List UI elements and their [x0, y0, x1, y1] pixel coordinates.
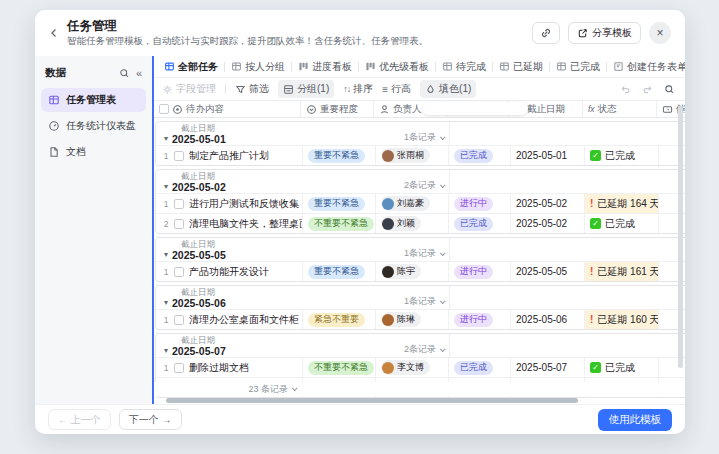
- owner-chip[interactable]: 陈宇: [381, 264, 421, 279]
- due-date[interactable]: 2025-05-07: [516, 362, 567, 373]
- collapse-group-icon[interactable]: ▾: [164, 251, 168, 259]
- row-checkbox[interactable]: [174, 267, 184, 277]
- progress-tag[interactable]: 已完成: [454, 217, 493, 231]
- owner-chip[interactable]: 陈琳: [381, 312, 421, 327]
- progress-tag[interactable]: 进行中: [454, 197, 493, 211]
- row-checkbox[interactable]: [174, 363, 184, 373]
- owner-chip[interactable]: 刘嘉豪: [381, 196, 430, 211]
- undo-icon[interactable]: [620, 84, 631, 95]
- formula-icon: fx: [588, 104, 595, 114]
- tab-done[interactable]: 已完成: [552, 60, 604, 74]
- task-title[interactable]: 产品功能开发设计: [189, 265, 269, 279]
- tab-progress-kanban[interactable]: 进度看板: [294, 60, 356, 74]
- table-row[interactable]: 1进行用户测试和反馈收集 重要不紧急 刘嘉豪 进行中 2025-05-02 !已…: [156, 193, 685, 213]
- share-template-button[interactable]: 分享模板: [568, 22, 641, 44]
- priority-tag[interactable]: 不重要不紧急: [308, 217, 374, 231]
- copy-link-button[interactable]: [532, 22, 560, 44]
- group-record-count[interactable]: 1条记录: [336, 247, 444, 260]
- group-header[interactable]: 截止日期 ▾ 2025-05-02 2条记录: [156, 170, 685, 193]
- owner-chip[interactable]: 李文博: [381, 360, 430, 375]
- group-header[interactable]: 截止日期 ▾ 2025-05-07 2条记录: [156, 334, 685, 357]
- tab-create-task-form[interactable]: 创建任务表单: [609, 60, 685, 74]
- column-header-task[interactable]: 待办内容: [154, 101, 301, 117]
- table-row[interactable]: 2清理电脑文件夹，整理桌面 不重要不紧急 刘颖 已完成 2025-05-02 ✓…: [156, 213, 685, 233]
- progress-tag[interactable]: 进行中: [454, 265, 493, 279]
- row-checkbox[interactable]: [174, 151, 184, 161]
- table-row[interactable]: 1产品功能开发设计 重要不紧急 陈宇 进行中 2025-05-05 !已延期 1…: [156, 261, 685, 281]
- task-title[interactable]: 删除过期文档: [189, 361, 249, 375]
- sidebar-item-dashboard[interactable]: 任务统计仪表盘: [41, 114, 146, 138]
- person-icon: [379, 104, 390, 115]
- vertical-scrollbar[interactable]: [678, 106, 683, 368]
- group-record-count[interactable]: 1条记录: [336, 295, 444, 308]
- table-row[interactable]: 1清理办公室桌面和文件柜 紧急不重要 陈琳 进行中 2025-05-06 !已延…: [156, 309, 685, 329]
- task-title[interactable]: 清理办公室桌面和文件柜: [189, 313, 299, 327]
- warning-icon: !: [590, 266, 593, 277]
- tab-todo[interactable]: 待完成: [438, 60, 490, 74]
- progress-tag[interactable]: 已完成: [454, 361, 493, 375]
- due-date[interactable]: 2025-05-02: [516, 198, 567, 209]
- sidebar-item-task-table[interactable]: 任务管理表: [41, 88, 146, 112]
- owner-chip[interactable]: 刘颖: [381, 216, 421, 231]
- column-header-status[interactable]: fx 状态: [583, 101, 657, 117]
- collapse-group-icon[interactable]: ▾: [164, 183, 168, 191]
- group-header[interactable]: 截止日期 ▾ 2025-05-05 1条记录: [156, 238, 685, 261]
- sidebar-item-document[interactable]: 文档: [41, 140, 146, 164]
- sort-button[interactable]: ↑↓ 排序: [343, 82, 373, 96]
- row-checkbox[interactable]: [174, 219, 184, 229]
- floating-scrollbar[interactable]: [422, 102, 528, 115]
- table-row[interactable]: 1制定产品推广计划 重要不紧急 张雨桐 已完成 2025-05-01 ✓已完成: [156, 145, 685, 165]
- progress-tag[interactable]: 进行中: [454, 313, 493, 327]
- group-record-count[interactable]: 2条记录: [336, 179, 444, 192]
- collapse-group-icon[interactable]: ▾: [164, 299, 168, 307]
- next-template-button[interactable]: 下一个 →: [119, 409, 182, 430]
- tab-by-person[interactable]: 按人分组: [227, 60, 289, 74]
- record-count[interactable]: 23 条记录: [154, 383, 301, 396]
- priority-tag[interactable]: 重要不紧急: [308, 149, 365, 163]
- paint-drop-icon: [425, 84, 436, 95]
- group-button[interactable]: 分组(1): [278, 80, 334, 98]
- horizontal-scrollbar[interactable]: [166, 398, 578, 403]
- search-icon[interactable]: [664, 84, 675, 95]
- collapse-sidebar-icon[interactable]: «: [136, 68, 142, 79]
- priority-tag[interactable]: 重要不紧急: [308, 197, 365, 211]
- tab-overdue[interactable]: 已延期: [495, 60, 547, 74]
- due-date[interactable]: 2025-05-05: [516, 266, 567, 277]
- back-icon[interactable]: [49, 27, 59, 39]
- use-template-button[interactable]: 使用此模板: [598, 409, 673, 431]
- group-record-count[interactable]: 1条记录: [336, 131, 444, 144]
- search-icon[interactable]: [119, 68, 130, 79]
- group-icon: [283, 84, 294, 95]
- close-button[interactable]: ×: [649, 22, 671, 44]
- group-record-count[interactable]: 2条记录: [336, 343, 444, 356]
- toolbar-right: [620, 78, 675, 100]
- collapse-group-icon[interactable]: ▾: [164, 347, 168, 355]
- column-header-priority[interactable]: 重要程度: [301, 101, 374, 117]
- collapse-group-icon[interactable]: ▾: [164, 135, 168, 143]
- priority-tag[interactable]: 不重要不紧急: [308, 361, 374, 375]
- table-row[interactable]: 1删除过期文档 不重要不紧急 李文博 已完成 2025-05-07 ✓已完成: [156, 357, 685, 377]
- fill-color-button[interactable]: 填色(1): [420, 80, 476, 98]
- previous-template-button[interactable]: ← 上一个: [48, 409, 111, 430]
- group-header[interactable]: 截止日期 ▾ 2025-05-06 1条记录: [156, 286, 685, 309]
- priority-tag[interactable]: 重要不紧急: [308, 265, 365, 279]
- tab-all-tasks[interactable]: 全部任务: [160, 60, 222, 74]
- row-checkbox[interactable]: [174, 315, 184, 325]
- due-date[interactable]: 2025-05-01: [516, 150, 567, 161]
- select-all-checkbox[interactable]: [159, 104, 169, 114]
- task-title[interactable]: 清理电脑文件夹，整理桌面: [189, 217, 303, 231]
- filter-button[interactable]: 筛选: [235, 82, 269, 96]
- row-checkbox[interactable]: [174, 199, 184, 209]
- field-manage-button[interactable]: 字段管理: [162, 82, 216, 96]
- redo-icon[interactable]: [642, 84, 653, 95]
- tab-priority-kanban[interactable]: 优先级看板: [361, 60, 433, 74]
- priority-tag[interactable]: 紧急不重要: [308, 313, 365, 327]
- row-height-button[interactable]: ≡ 行高: [382, 82, 411, 96]
- group-header[interactable]: 截止日期 ▾ 2025-05-01 1条记录: [156, 122, 685, 145]
- due-date[interactable]: 2025-05-06: [516, 314, 567, 325]
- progress-tag[interactable]: 已完成: [454, 149, 493, 163]
- task-title[interactable]: 制定产品推广计划: [189, 149, 269, 163]
- task-title[interactable]: 进行用户测试和反馈收集: [189, 197, 299, 211]
- owner-chip[interactable]: 张雨桐: [381, 148, 430, 163]
- due-date[interactable]: 2025-05-02: [516, 218, 567, 229]
